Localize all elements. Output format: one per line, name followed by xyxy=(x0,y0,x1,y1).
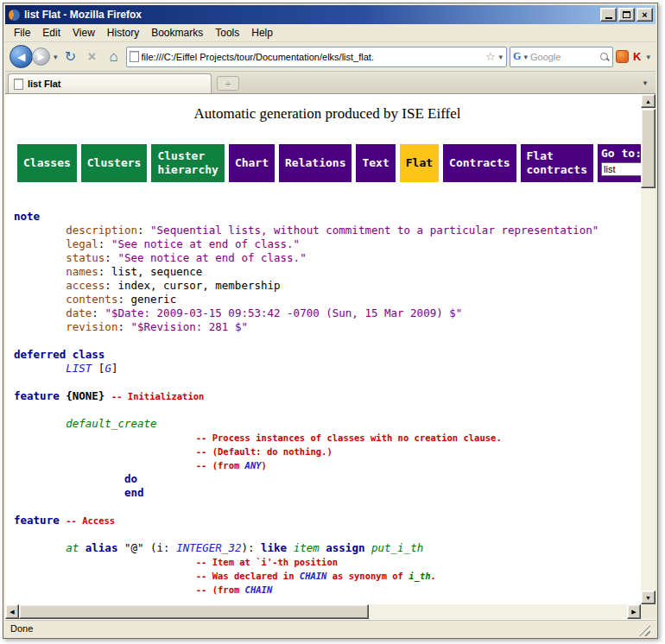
nav-button-contracts[interactable]: Contracts xyxy=(443,144,516,182)
code-segment: ) xyxy=(262,460,267,470)
minimize-icon xyxy=(605,17,612,19)
forward-button[interactable]: ▶ xyxy=(32,47,50,66)
tab-list-flat[interactable]: list Flat xyxy=(8,73,212,93)
code-segment: LIST xyxy=(66,362,92,375)
code-line: contents: generic xyxy=(14,293,641,306)
code-line xyxy=(14,527,641,541)
code-segment: do xyxy=(124,472,137,485)
addon-icon[interactable] xyxy=(616,50,629,63)
menu-item-history[interactable]: History xyxy=(101,25,145,41)
code-segment: description xyxy=(66,224,137,237)
bookmark-star-icon[interactable]: ☆ xyxy=(485,50,496,63)
page-title: Automatic generation produced by ISE Eif… xyxy=(14,105,641,123)
scrollbar-corner xyxy=(641,604,656,619)
code-segment: {NONE} xyxy=(60,389,111,402)
back-button[interactable]: ◀ xyxy=(10,45,33,68)
menu-item-edit[interactable]: Edit xyxy=(36,25,66,41)
home-button[interactable]: ⌂ xyxy=(104,47,124,66)
url-bar: ☆ ▾ xyxy=(126,47,508,67)
menu-item-view[interactable]: View xyxy=(66,25,101,41)
tab-overflow-handle[interactable]: ÷ xyxy=(217,76,239,91)
menu-item-bookmarks[interactable]: Bookmarks xyxy=(145,25,209,41)
menu-item-file[interactable]: File xyxy=(8,25,36,41)
code-segment: "See notice at end of class." xyxy=(117,251,306,264)
search-input[interactable] xyxy=(530,52,598,62)
code-line: note xyxy=(14,210,641,224)
search-icon[interactable] xyxy=(599,52,610,62)
kaspersky-icon[interactable]: K xyxy=(631,50,643,63)
code-line xyxy=(14,403,641,417)
code-segment: : xyxy=(98,237,111,250)
code-segment: : list, sequence xyxy=(98,265,202,278)
code-line xyxy=(14,376,641,389)
code-segment: feature xyxy=(14,389,60,402)
nav-button-classes[interactable]: Classes xyxy=(17,144,77,182)
code-segment: CHAIN xyxy=(245,584,273,595)
code-segment: end xyxy=(124,486,144,499)
scroll-left-button[interactable]: ◀ xyxy=(5,604,19,619)
code-line: revision: "$Revision: 281 $" xyxy=(14,320,641,334)
code-segment: item xyxy=(294,541,320,554)
code-segment xyxy=(287,541,294,554)
history-dropdown-icon[interactable]: ▾ xyxy=(53,53,59,61)
code-line: at alias "@" (i: INTEGER_32): like item … xyxy=(14,541,641,555)
url-input[interactable] xyxy=(142,52,483,62)
code-segment: put_i_th xyxy=(371,541,423,554)
nav-button-flat[interactable]: Flat xyxy=(400,144,439,182)
window-controls: × xyxy=(600,8,653,22)
horizontal-scroll-thumb[interactable] xyxy=(19,604,369,619)
status-text: Done xyxy=(10,623,639,634)
code-line: description: "Sequential lists, without … xyxy=(14,224,641,237)
goto-input[interactable] xyxy=(601,162,641,176)
addon-dropdown-icon[interactable]: ▾ xyxy=(645,53,651,61)
eiffel-code-listing: notedescription: "Sequential lists, with… xyxy=(14,210,641,597)
nav-button-flat-contracts[interactable]: Flatcontracts xyxy=(521,144,593,182)
code-segment xyxy=(364,541,371,554)
reload-button[interactable]: ↻ xyxy=(61,47,80,66)
minimize-button[interactable] xyxy=(600,8,617,22)
nav-button-clusters[interactable]: Clusters xyxy=(81,144,148,182)
nav-button-text[interactable]: Text xyxy=(356,144,395,182)
nav-goto-tile: Go to: xyxy=(598,144,641,182)
nav-button-relations[interactable]: Relations xyxy=(279,144,352,182)
code-segment: ] xyxy=(111,362,118,375)
firefox-window: list Flat - Mozilla Firefox × FileEditVi… xyxy=(3,3,658,639)
code-segment: [ xyxy=(92,362,104,375)
code-segment: : xyxy=(117,320,130,333)
vertical-scrollbar[interactable]: ▲ ▼ xyxy=(641,94,656,604)
search-engine-dropdown-icon[interactable]: ▾ xyxy=(522,53,529,61)
code-line: access: index, cursor, membership xyxy=(14,279,641,293)
code-segment: -- (from xyxy=(196,584,245,595)
code-segment: alias xyxy=(86,541,118,554)
nav-button-chart[interactable]: Chart xyxy=(229,144,275,182)
code-segment: revision xyxy=(66,320,117,333)
nav-button-cluster-hierarchy[interactable]: Clusterhierarchy xyxy=(151,144,224,182)
url-dropdown-icon[interactable]: ▾ xyxy=(498,53,504,61)
code-line: -- (from ANY) xyxy=(14,458,641,472)
code-line: -- (from CHAIN xyxy=(14,583,641,597)
list-all-tabs-button[interactable]: ▾ xyxy=(637,75,653,91)
code-line: feature {NONE} -- Initialization xyxy=(14,389,641,403)
browser-content: Automatic generation produced by ISE Eif… xyxy=(5,94,656,619)
tab-favicon xyxy=(14,79,23,90)
menu-item-tools[interactable]: Tools xyxy=(209,25,245,41)
code-line: default_create xyxy=(14,417,641,431)
vertical-scroll-thumb[interactable] xyxy=(641,109,656,188)
scroll-down-button[interactable]: ▼ xyxy=(641,590,656,604)
close-button[interactable]: × xyxy=(636,8,653,22)
stop-button[interactable]: × xyxy=(83,47,102,66)
horizontal-scrollbar[interactable]: ◀ ▶ xyxy=(5,604,641,619)
menu-item-help[interactable]: Help xyxy=(245,25,279,41)
code-line: feature -- Access xyxy=(14,514,641,527)
window-title: list Flat - Mozilla Firefox xyxy=(24,9,600,21)
tab-label: list Flat xyxy=(28,79,61,89)
code-segment: -- Was declared in xyxy=(196,571,300,581)
scroll-right-button[interactable]: ▶ xyxy=(627,604,641,619)
maximize-button[interactable] xyxy=(618,8,635,22)
scroll-up-button[interactable]: ▲ xyxy=(641,94,656,108)
resize-grip[interactable] xyxy=(639,625,650,636)
code-segment: "Sequential lists, without commitment to… xyxy=(150,224,598,237)
code-segment: ): xyxy=(241,541,261,554)
titlebar[interactable]: list Flat - Mozilla Firefox × xyxy=(5,5,656,24)
code-line xyxy=(14,500,641,514)
